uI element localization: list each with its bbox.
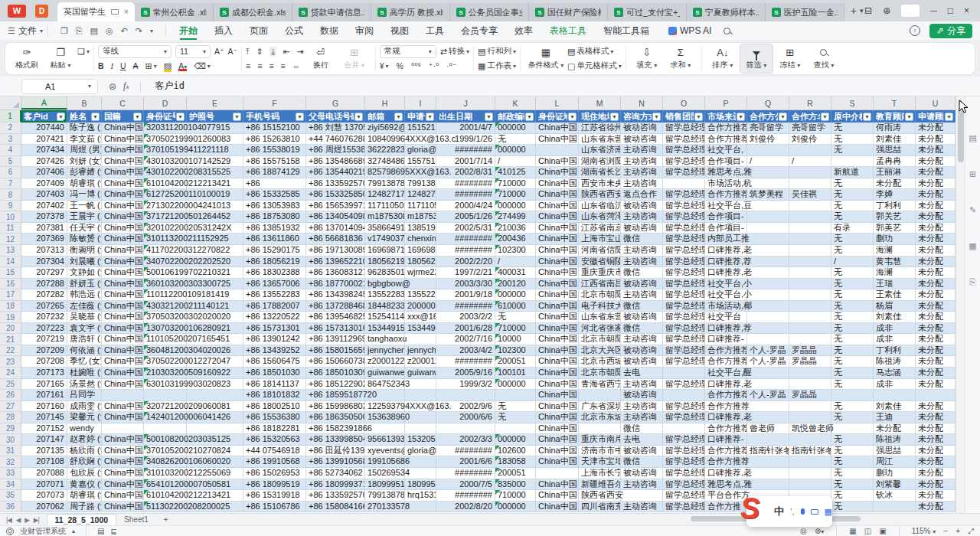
- column-header[interactable]: P: [705, 96, 747, 109]
- cell[interactable]: 郭关艺: [874, 211, 916, 223]
- cell[interactable]: [747, 468, 789, 479]
- cell[interactable]: China中国: [536, 134, 579, 145]
- cell[interactable]: 710000: [495, 490, 536, 502]
- cell[interactable]: 430103200107142529: [144, 156, 187, 168]
- menu-tab[interactable]: 页面: [241, 21, 276, 40]
- cell[interactable]: hrq153199: [405, 490, 436, 502]
- cell[interactable]: China中国: [536, 301, 579, 312]
- cell[interactable]: +86 56681836: [306, 234, 365, 245]
- cell[interactable]: chenxinyur: [405, 234, 436, 245]
- cell[interactable]: 无: [831, 312, 874, 323]
- cell[interactable]: 710000: [495, 189, 536, 201]
- cell[interactable]: 180999511: [365, 479, 405, 491]
- doc-tab[interactable]: S可过_支付宝+_滴滴: [608, 3, 687, 21]
- cell[interactable]: 2005/1/26: [436, 211, 495, 223]
- cell[interactable]: 610104200212213421: [144, 490, 187, 502]
- cell[interactable]: [789, 257, 831, 268]
- docer-icon[interactable]: D: [35, 5, 48, 18]
- cell[interactable]: 未分配: [916, 456, 956, 468]
- cell[interactable]: 207062: [21, 502, 67, 513]
- cell[interactable]: [789, 211, 831, 223]
- row-number[interactable]: 32: [0, 456, 21, 468]
- cell[interactable]: 留学总经理: [663, 401, 705, 413]
- cell[interactable]: [789, 368, 831, 379]
- cell[interactable]: China中国: [536, 323, 579, 335]
- avatar[interactable]: [901, 5, 920, 17]
- cell[interactable]: +86 1340540988: [306, 211, 365, 223]
- filter-button[interactable]: 筛选 ▾: [740, 44, 773, 74]
- cell[interactable]: 被动咨询: [621, 356, 663, 368]
- cell[interactable]: +86 13220522: [243, 312, 306, 323]
- filter-button[interactable]: ▼: [233, 113, 241, 121]
- cell[interactable]: 赵君婷 (女: [67, 434, 102, 446]
- cell[interactable]: [747, 323, 789, 335]
- cell[interactable]: China中国: [102, 334, 144, 345]
- cell[interactable]: 刘素佳: [874, 401, 916, 413]
- cell[interactable]: 124827175: [405, 189, 436, 201]
- more-chevron-icon[interactable]: ▾: [150, 28, 153, 34]
- cell[interactable]: [789, 479, 831, 491]
- cell[interactable]: guiwanwei: [405, 368, 436, 379]
- cell[interactable]: China中国: [536, 456, 579, 468]
- row-number[interactable]: 28: [0, 412, 21, 423]
- eye-icon[interactable]: ◎: [800, 527, 807, 535]
- cell[interactable]: 无: [831, 479, 874, 491]
- restore-button[interactable]: □: [948, 5, 953, 16]
- cell[interactable]: 刘妍 (女): [67, 156, 102, 168]
- cell[interactable]: 桂婉唯 (女: [67, 368, 102, 379]
- ime-menu-icon[interactable]: ▦: [825, 507, 832, 517]
- cell[interactable]: 亮哥留学: [789, 123, 831, 134]
- cell[interactable]: [789, 401, 831, 413]
- font-size-select[interactable]: 11▾: [175, 45, 211, 58]
- row-number[interactable]: 27: [0, 401, 21, 413]
- header-cell[interactable]: 出生日期▼: [436, 110, 495, 123]
- cell[interactable]: China中国: [536, 390, 579, 401]
- cell[interactable]: 207108: [21, 456, 67, 468]
- cell[interactable]: 口碑推荐,荐: [705, 257, 747, 268]
- indent-decrease-icon[interactable]: ⇤: [283, 47, 290, 56]
- minimize-button[interactable]: ─: [930, 5, 937, 16]
- cell[interactable]: 被动咨询: [621, 134, 663, 145]
- sort-button[interactable]: A↓ 排序 ▾: [706, 44, 740, 74]
- cell[interactable]: [436, 390, 495, 401]
- cell[interactable]: 陕西省西安: [579, 490, 621, 502]
- justify-icon[interactable]: ≡: [280, 61, 285, 70]
- cell[interactable]: 无: [831, 134, 874, 145]
- cell[interactable]: +86 18099519: [243, 479, 306, 491]
- cell[interactable]: 207409: [21, 178, 67, 190]
- clear-format-button[interactable]: ⌫▾: [194, 61, 211, 71]
- align-left-icon[interactable]: ≡: [246, 61, 250, 70]
- cell[interactable]: 142401200006041426: [144, 412, 187, 423]
- add-sheet-button[interactable]: +: [156, 514, 176, 525]
- row-number[interactable]: 4: [0, 145, 21, 156]
- cell[interactable]: [663, 368, 705, 379]
- cell[interactable]: 612725200110100019: [144, 189, 187, 201]
- cell[interactable]: 207152: [21, 423, 67, 435]
- cell[interactable]: 江苏省徐州: [579, 123, 621, 134]
- cell[interactable]: 207232: [21, 312, 67, 323]
- cell[interactable]: 207265: [21, 301, 67, 312]
- cell[interactable]: China中国: [102, 323, 144, 335]
- cell[interactable]: 未分配: [916, 145, 956, 156]
- cell[interactable]: 主动咨询: [621, 145, 663, 156]
- cell[interactable]: China中国: [102, 401, 144, 413]
- menu-tab[interactable]: 插入: [206, 21, 241, 40]
- cell[interactable]: 蒯玏: [874, 234, 916, 245]
- cell[interactable]: 王一帆 (男: [67, 201, 102, 212]
- cell[interactable]: +86 18302388: [243, 267, 306, 279]
- doc-tab[interactable]: S成都公积金.xlsx: [214, 3, 292, 21]
- cell[interactable]: [747, 379, 789, 391]
- filter-button[interactable]: ▼: [176, 113, 185, 121]
- cell[interactable]: gloria@uk: [405, 145, 436, 156]
- cell[interactable]: 210303200509160922: [144, 368, 187, 379]
- cell[interactable]: 340826200106060020: [144, 456, 187, 468]
- cell[interactable]: [916, 390, 956, 401]
- cell[interactable]: 无: [831, 490, 874, 502]
- cell[interactable]: ########: [436, 189, 495, 201]
- filter-button[interactable]: ▼: [91, 113, 100, 121]
- cell[interactable]: +86 13611860: [243, 234, 306, 245]
- cell[interactable]: /: [495, 257, 536, 268]
- header-cell[interactable]: 姓名▼: [67, 110, 102, 123]
- menu-tab[interactable]: 审阅: [347, 21, 382, 40]
- column-header[interactable]: O: [663, 96, 705, 109]
